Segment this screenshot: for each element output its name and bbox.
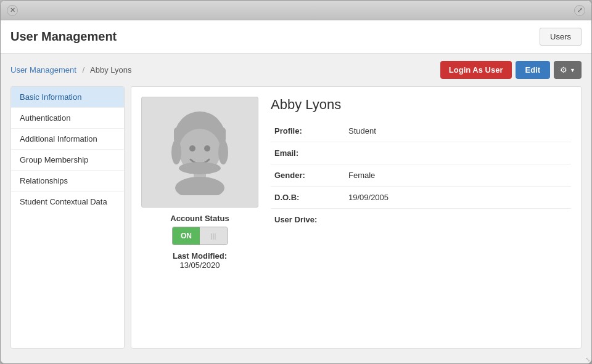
field-label-user-drive: User Drive: [271, 209, 345, 231]
action-buttons: Login As User Edit ⚙ ▼ [440, 61, 582, 79]
sidebar-item-basic-information[interactable]: Basic Information [11, 87, 124, 108]
account-status-toggle[interactable]: ON ||| [172, 227, 228, 245]
breadcrumb-parent-link[interactable]: User Management [10, 65, 76, 75]
profile-table: Profile: Student Email: Gender: Female [271, 120, 571, 230]
table-row: User Drive: [271, 209, 571, 231]
field-label-email: Email: [271, 142, 345, 164]
field-value-dob: 19/09/2005 [345, 187, 571, 209]
gear-button[interactable]: ⚙ ▼ [554, 61, 582, 79]
sidebar-item-relationships[interactable]: Relationships [11, 171, 124, 192]
field-value-email [345, 142, 571, 164]
expand-button[interactable]: ⤢ [574, 5, 585, 16]
close-button[interactable]: ✕ [7, 5, 18, 16]
field-label-profile: Profile: [271, 120, 345, 142]
avatar-image [160, 109, 240, 195]
app-header: User Management Users [1, 20, 591, 54]
breadcrumb-separator: / [83, 65, 85, 75]
login-as-user-button[interactable]: Login As User [440, 61, 512, 79]
sidebar-item-student-contextual-data[interactable]: Student Contextual Data [11, 192, 124, 212]
breadcrumb: User Management / Abby Lyons [10, 65, 132, 75]
sidebar-item-additional-information[interactable]: Additional Information [11, 129, 124, 150]
edit-button[interactable]: Edit [516, 61, 551, 79]
svg-point-7 [171, 140, 181, 164]
app-title: User Management [10, 30, 117, 44]
avatar [141, 97, 258, 208]
table-row: Email: [271, 142, 571, 164]
main-content: Account Status ON ||| Last Modified: 13/… [131, 86, 582, 349]
profile-section: Account Status ON ||| Last Modified: 13/… [141, 97, 571, 338]
profile-name: Abby Lyons [271, 97, 571, 113]
dropdown-arrow-icon: ▼ [570, 67, 575, 73]
svg-point-6 [175, 177, 224, 195]
table-row: D.O.B: 19/09/2005 [271, 187, 571, 209]
svg-point-3 [189, 145, 195, 152]
field-value-user-drive [345, 209, 571, 231]
breadcrumb-current: Abby Lyons [90, 65, 131, 75]
table-row: Gender: Female [271, 164, 571, 187]
svg-point-4 [204, 145, 210, 152]
field-label-gender: Gender: [271, 164, 345, 187]
breadcrumb-bar: User Management / Abby Lyons Login As Us… [10, 61, 582, 79]
last-modified-label: Last Modified: [173, 251, 227, 261]
sidebar-item-authentication[interactable]: Authentication [11, 108, 124, 129]
field-value-gender: Female [345, 164, 571, 187]
profile-left: Account Status ON ||| Last Modified: 13/… [141, 97, 258, 338]
profile-right: Abby Lyons Profile: Student Email: [271, 97, 571, 338]
account-status-label: Account Status [170, 214, 229, 223]
content-area: User Management / Abby Lyons Login As Us… [1, 54, 591, 356]
main-body: Basic Information Authentication Additio… [10, 86, 582, 349]
gear-icon: ⚙ [560, 65, 567, 75]
svg-point-9 [179, 162, 221, 174]
last-modified-date: 13/05/2020 [179, 261, 220, 270]
application-window: ✕ ⤢ User Management Users User Managemen… [0, 0, 592, 364]
field-label-dob: D.O.B: [271, 187, 345, 209]
title-bar: ✕ ⤢ [1, 1, 591, 20]
sidebar: Basic Information Authentication Additio… [10, 86, 125, 349]
field-value-profile: Student [345, 120, 571, 142]
sidebar-item-group-membership[interactable]: Group Membership [11, 150, 124, 171]
svg-point-8 [218, 140, 228, 164]
table-row: Profile: Student [271, 120, 571, 142]
resize-handle[interactable]: ⤡ [1, 356, 591, 363]
toggle-on[interactable]: ON [173, 227, 200, 245]
toggle-off[interactable]: ||| [200, 227, 227, 245]
users-button[interactable]: Users [540, 28, 582, 46]
